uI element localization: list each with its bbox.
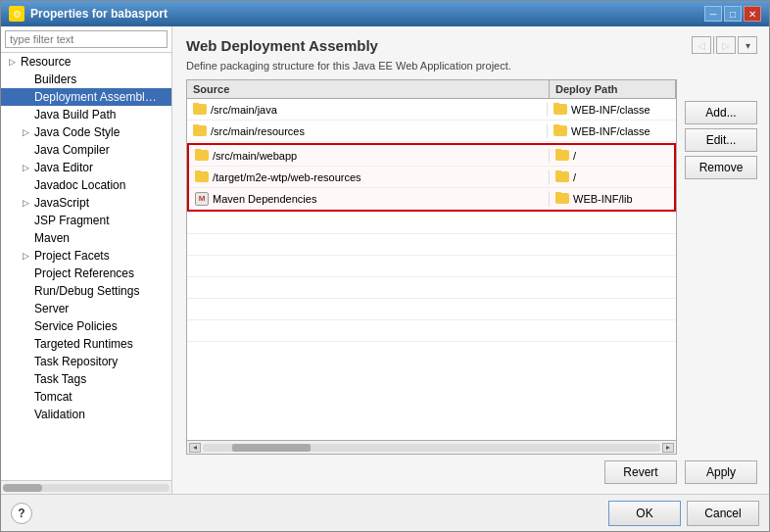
sidebar-item-task-repository[interactable]: Task Repository xyxy=(1,353,171,370)
sidebar-item-task-tags[interactable]: Task Tags xyxy=(1,370,171,388)
close-button[interactable]: ✕ xyxy=(744,6,761,22)
sidebar-item-deployment-assembly[interactable]: Deployment Assembl… xyxy=(1,88,171,106)
td-source: /src/main/webapp xyxy=(189,149,550,163)
sidebar-item-server[interactable]: Server xyxy=(1,300,171,317)
footer-right: OK Cancel xyxy=(608,501,759,526)
folder-icon xyxy=(553,125,567,136)
folder-icon xyxy=(193,104,207,115)
apply-button[interactable]: Apply xyxy=(685,460,757,484)
help-button[interactable]: ? xyxy=(11,503,32,524)
nav-arrows: ◁ ▷ ▾ xyxy=(692,36,757,54)
maximize-button[interactable]: □ xyxy=(724,6,742,22)
source-path: /src/main/webapp xyxy=(213,150,297,162)
table-row-empty xyxy=(187,277,676,299)
table-row-empty xyxy=(187,213,676,234)
sidebar-item-label: Deployment Assembl… xyxy=(34,90,157,104)
scroll-thumb[interactable] xyxy=(232,444,311,452)
sidebar-item-jsp-fragment[interactable]: JSP Fragment xyxy=(1,212,171,229)
sidebar-item-project-references[interactable]: Project References xyxy=(1,265,171,282)
folder-icon xyxy=(555,171,569,182)
expand-arrow: ▷ xyxy=(23,251,32,261)
sidebar-item-run-debug-settings[interactable]: Run/Debug Settings xyxy=(1,282,171,300)
dropdown-button[interactable]: ▾ xyxy=(738,36,757,54)
cancel-button[interactable]: Cancel xyxy=(687,501,759,526)
add-button[interactable]: Add... xyxy=(685,101,757,124)
sidebar-item-java-compiler[interactable]: Java Compiler xyxy=(1,141,171,159)
sidebar-item-maven[interactable]: Maven xyxy=(1,229,171,247)
table-row[interactable]: /src/main/java WEB-INF/classe xyxy=(187,99,676,121)
sidebar-item-builders[interactable]: Builders xyxy=(1,71,171,88)
sidebar-item-tomcat[interactable]: Tomcat xyxy=(1,388,171,406)
table-row-highlighted[interactable]: /src/main/webapp / xyxy=(189,145,674,167)
td-deploy: WEB-INF/classe xyxy=(548,124,676,138)
scrollbar-track[interactable] xyxy=(3,484,169,492)
sidebar-scrollbar-h[interactable] xyxy=(1,480,171,494)
scroll-left-button[interactable]: ◂ xyxy=(189,443,201,453)
sidebar-item-label: Java Build Path xyxy=(34,108,116,121)
sidebar-item-label: Java Editor xyxy=(34,161,93,174)
filter-box xyxy=(1,26,171,53)
deploy-path: / xyxy=(573,171,576,183)
sidebar-item-resource[interactable]: ▷ Resource xyxy=(1,53,171,71)
td-source: /src/main/resources xyxy=(187,124,548,138)
td-deploy: WEB-INF/classe xyxy=(548,103,676,117)
sidebar-item-javadoc-location[interactable]: Javadoc Location xyxy=(1,176,171,194)
window-title: Properties for babasport xyxy=(30,7,168,21)
minimize-button[interactable]: ─ xyxy=(704,6,722,22)
source-path: /target/m2e-wtp/web-resources xyxy=(213,171,361,183)
deploy-path: / xyxy=(573,150,576,162)
table-scrollbar[interactable]: ◂ ▸ xyxy=(187,440,676,454)
back-button[interactable]: ◁ xyxy=(692,36,711,54)
title-bar: ⚙ Properties for babasport ─ □ ✕ xyxy=(1,1,769,26)
main-panel: Web Deployment Assembly ◁ ▷ ▾ Define pac… xyxy=(172,26,769,494)
table-row-area: Source Deploy Path /src/main/java xyxy=(186,79,757,455)
source-path: /src/main/resources xyxy=(211,125,305,137)
deploy-path: WEB-INF/classe xyxy=(571,125,650,137)
table-body: /src/main/java WEB-INF/classe /src/ xyxy=(187,99,676,440)
table-row-highlighted[interactable]: /target/m2e-wtp/web-resources / xyxy=(189,167,674,188)
sidebar-item-java-build-path[interactable]: Java Build Path xyxy=(1,106,171,123)
table-header: Source Deploy Path xyxy=(187,80,676,99)
sidebar-item-label: Service Policies xyxy=(34,319,118,333)
scroll-right-button[interactable]: ▸ xyxy=(662,443,674,453)
folder-icon xyxy=(193,125,207,136)
scrollbar-thumb[interactable] xyxy=(3,484,42,492)
sidebar-item-javascript[interactable]: ▷ JavaScript xyxy=(1,194,171,212)
sidebar-item-validation[interactable]: Validation xyxy=(1,406,171,423)
remove-button[interactable]: Remove xyxy=(685,156,757,179)
footer-left: ? xyxy=(11,503,32,524)
folder-icon xyxy=(553,104,567,115)
edit-button[interactable]: Edit... xyxy=(685,128,757,152)
filter-input[interactable] xyxy=(5,30,168,48)
sidebar-item-label: Server xyxy=(34,302,69,315)
window-icon: ⚙ xyxy=(9,6,24,22)
folder-icon xyxy=(555,193,569,204)
td-deploy: / xyxy=(550,149,674,163)
sidebar-item-java-code-style[interactable]: ▷ Java Code Style xyxy=(1,123,171,141)
sidebar-item-service-policies[interactable]: Service Policies xyxy=(1,317,171,335)
revert-button[interactable]: Revert xyxy=(604,460,677,484)
ok-button[interactable]: OK xyxy=(608,501,681,526)
sidebar-item-label: Targeted Runtimes xyxy=(34,337,133,351)
deployment-table: Source Deploy Path /src/main/java xyxy=(186,79,677,455)
folder-icon xyxy=(195,150,209,161)
sidebar-item-java-editor[interactable]: ▷ Java Editor xyxy=(1,159,171,176)
sidebar-item-targeted-runtimes[interactable]: Targeted Runtimes xyxy=(1,335,171,353)
sidebar-item-project-facets[interactable]: ▷ Project Facets xyxy=(1,247,171,265)
sidebar-item-label: JavaScript xyxy=(34,196,89,210)
td-deploy: / xyxy=(550,170,674,184)
scroll-track[interactable] xyxy=(203,444,660,452)
table-row[interactable]: /src/main/resources WEB-INF/classe xyxy=(187,121,676,142)
panel-description: Define packaging structure for this Java… xyxy=(186,60,757,72)
forward-button[interactable]: ▷ xyxy=(716,36,736,54)
sidebar: ▷ Resource Builders Deployment Assembl… xyxy=(1,26,172,494)
col-header-source: Source xyxy=(187,80,550,98)
sidebar-item-label: Project References xyxy=(34,266,134,280)
folder-icon xyxy=(555,150,569,161)
sidebar-item-label: Validation xyxy=(34,408,85,421)
table-row-highlighted-maven[interactable]: M Maven Dependencies WEB-INF/lib xyxy=(189,188,674,210)
td-source: M Maven Dependencies xyxy=(189,191,550,207)
content-area: ▷ Resource Builders Deployment Assembl… xyxy=(1,26,769,494)
expand-arrow: ▷ xyxy=(23,127,32,137)
td-source: /src/main/java xyxy=(187,103,548,117)
